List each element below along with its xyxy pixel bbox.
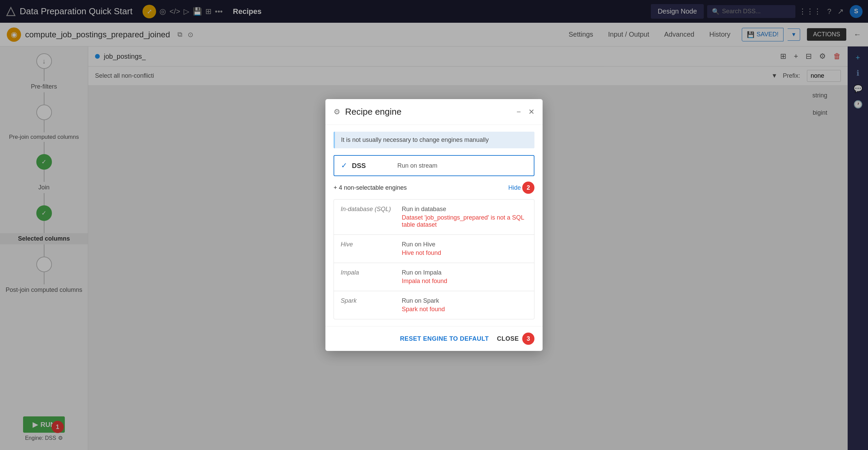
modal-minimize-icon[interactable]: − [516, 108, 521, 116]
engine-row-spark: Spark Run on Spark Spark not found [334, 291, 534, 319]
step-badge-2: 2 [522, 182, 534, 194]
step-badge-3: 3 [522, 333, 534, 345]
reset-engine-button[interactable]: RESET ENGINE TO DEFAULT [400, 335, 489, 342]
hide-link[interactable]: Hide [508, 184, 521, 191]
modal-title: Recipe engine [345, 107, 512, 117]
engine-table: In-database (SQL) Run in database Datase… [334, 199, 534, 319]
sql-engine-details: Run in database Dataset 'job_postings_pr… [402, 206, 527, 228]
recipe-engine-modal: ⚙ Recipe engine − ✕ It is not usually ne… [325, 99, 543, 351]
non-selectable-row: + 4 non-selectable engines Hide 2 [334, 182, 534, 194]
engine-row-sql: In-database (SQL) Run in database Datase… [334, 200, 534, 235]
sql-engine-error: Dataset 'job_postings_prepared' is not a… [402, 214, 527, 228]
impala-engine-details: Run on Impala Impala not found [402, 269, 447, 285]
impala-engine-title: Run on Impala [402, 269, 447, 276]
spark-engine-details: Run on Spark Spark not found [402, 297, 445, 313]
engine-row-impala: Impala Run on Impala Impala not found [334, 263, 534, 291]
modal-close-button[interactable]: CLOSE [497, 335, 519, 342]
modal-footer: RESET ENGINE TO DEFAULT CLOSE 3 [325, 326, 543, 351]
dss-engine-name: DSS [352, 162, 393, 170]
impala-engine-name: Impala [341, 269, 395, 276]
check-icon: ✓ [341, 161, 347, 170]
modal-close-x-icon[interactable]: ✕ [528, 108, 534, 116]
engine-row-hive: Hive Run on Hive Hive not found [334, 235, 534, 263]
spark-engine-error: Spark not found [402, 306, 445, 313]
hive-engine-title: Run on Hive [402, 241, 441, 248]
non-selectable-label: + 4 non-selectable engines [334, 184, 407, 191]
spark-engine-name: Spark [341, 297, 395, 304]
sql-engine-title: Run in database [402, 206, 527, 213]
dss-engine-desc: Run on stream [397, 162, 437, 169]
spark-engine-title: Run on Spark [402, 297, 445, 304]
hive-engine-details: Run on Hive Hive not found [402, 241, 441, 257]
modal-info-box: It is not usually necessary to change en… [334, 132, 534, 148]
modal-header: ⚙ Recipe engine − ✕ [325, 99, 543, 125]
modal-body: It is not usually necessary to change en… [325, 125, 543, 326]
hive-engine-name: Hive [341, 241, 395, 248]
sql-engine-name: In-database (SQL) [341, 206, 395, 213]
modal-gear-icon: ⚙ [334, 108, 340, 116]
impala-engine-error: Impala not found [402, 278, 447, 285]
dss-engine-option[interactable]: ✓ DSS Run on stream [334, 155, 534, 176]
hive-engine-error: Hive not found [402, 249, 441, 257]
modal-overlay: ⚙ Recipe engine − ✕ It is not usually ne… [0, 0, 868, 450]
